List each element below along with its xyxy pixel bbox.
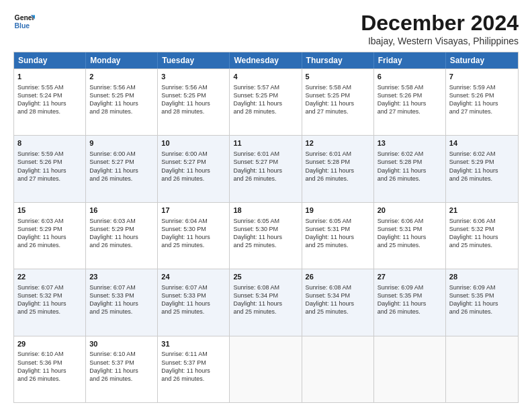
day-number: 31: [161, 339, 226, 349]
calendar-cell: 5Sunrise: 5:58 AM Sunset: 5:25 PM Daylig…: [302, 69, 374, 135]
calendar-cell: 16Sunrise: 6:03 AM Sunset: 5:29 PM Dayli…: [86, 203, 158, 269]
day-number: 17: [161, 205, 226, 216]
day-number: 7: [449, 72, 515, 82]
day-details: Sunrise: 6:06 AM Sunset: 5:31 PM Dayligh…: [378, 218, 427, 248]
calendar-cell: 26Sunrise: 6:08 AM Sunset: 5:34 PM Dayli…: [302, 269, 374, 335]
day-details: Sunrise: 5:59 AM Sunset: 5:26 PM Dayligh…: [17, 150, 66, 181]
day-number: 6: [378, 72, 442, 82]
day-details: Sunrise: 6:03 AM Sunset: 5:29 PM Dayligh…: [89, 218, 138, 248]
day-number: 11: [233, 138, 298, 148]
day-number: 23: [89, 272, 154, 282]
calendar-week-4: 22Sunrise: 6:07 AM Sunset: 5:32 PM Dayli…: [14, 269, 518, 335]
calendar-cell: 27Sunrise: 6:09 AM Sunset: 5:35 PM Dayli…: [374, 269, 446, 335]
calendar-cell: 2Sunrise: 5:56 AM Sunset: 5:25 PM Daylig…: [86, 69, 158, 135]
calendar-cell: [230, 336, 302, 402]
calendar-cell: 25Sunrise: 6:08 AM Sunset: 5:34 PM Dayli…: [230, 269, 302, 335]
day-details: Sunrise: 5:59 AM Sunset: 5:26 PM Dayligh…: [449, 84, 498, 115]
calendar-cell: 1Sunrise: 5:55 AM Sunset: 5:24 PM Daylig…: [14, 69, 86, 135]
calendar-cell: 8Sunrise: 5:59 AM Sunset: 5:26 PM Daylig…: [14, 136, 86, 201]
logo: General Blue: [13, 11, 35, 32]
day-number: 4: [233, 72, 298, 82]
day-details: Sunrise: 6:07 AM Sunset: 5:32 PM Dayligh…: [17, 284, 66, 315]
calendar: SundayMondayTuesdayWednesdayThursdayFrid…: [13, 52, 519, 403]
day-number: 8: [17, 138, 82, 148]
day-details: Sunrise: 6:08 AM Sunset: 5:34 PM Dayligh…: [306, 284, 355, 315]
calendar-week-2: 8Sunrise: 5:59 AM Sunset: 5:26 PM Daylig…: [14, 135, 518, 201]
day-details: Sunrise: 5:56 AM Sunset: 5:25 PM Dayligh…: [161, 84, 210, 115]
page: General Blue December 2024 Ibajay, Weste…: [0, 0, 532, 411]
day-number: 15: [17, 205, 82, 216]
day-details: Sunrise: 6:01 AM Sunset: 5:28 PM Dayligh…: [306, 150, 355, 181]
day-number: 14: [449, 138, 515, 148]
day-number: 21: [449, 205, 515, 216]
day-number: 29: [17, 339, 82, 349]
day-details: Sunrise: 5:56 AM Sunset: 5:25 PM Dayligh…: [89, 84, 138, 115]
day-details: Sunrise: 5:57 AM Sunset: 5:25 PM Dayligh…: [233, 84, 282, 115]
day-details: Sunrise: 6:06 AM Sunset: 5:32 PM Dayligh…: [449, 218, 498, 248]
calendar-header: SundayMondayTuesdayWednesdayThursdayFrid…: [14, 52, 518, 68]
calendar-cell: 22Sunrise: 6:07 AM Sunset: 5:32 PM Dayli…: [14, 269, 86, 335]
day-number: 22: [17, 272, 82, 282]
header-day-saturday: Saturday: [446, 52, 518, 68]
main-title: December 2024: [361, 11, 519, 36]
day-details: Sunrise: 5:58 AM Sunset: 5:25 PM Dayligh…: [306, 84, 355, 115]
day-details: Sunrise: 6:01 AM Sunset: 5:27 PM Dayligh…: [233, 150, 282, 181]
day-number: 3: [161, 72, 226, 82]
day-details: Sunrise: 5:55 AM Sunset: 5:24 PM Dayligh…: [17, 84, 66, 115]
header-day-thursday: Thursday: [302, 52, 374, 68]
calendar-cell: 20Sunrise: 6:06 AM Sunset: 5:31 PM Dayli…: [374, 203, 446, 269]
calendar-cell: 19Sunrise: 6:05 AM Sunset: 5:31 PM Dayli…: [302, 203, 374, 269]
day-details: Sunrise: 6:11 AM Sunset: 5:37 PM Dayligh…: [161, 351, 210, 381]
calendar-cell: 10Sunrise: 6:00 AM Sunset: 5:27 PM Dayli…: [158, 136, 230, 201]
day-details: Sunrise: 6:09 AM Sunset: 5:35 PM Dayligh…: [378, 284, 427, 315]
header-day-wednesday: Wednesday: [230, 52, 302, 68]
day-details: Sunrise: 6:08 AM Sunset: 5:34 PM Dayligh…: [233, 284, 282, 315]
calendar-cell: 13Sunrise: 6:02 AM Sunset: 5:28 PM Dayli…: [374, 136, 446, 201]
calendar-cell: [302, 336, 374, 402]
calendar-week-5: 29Sunrise: 6:10 AM Sunset: 5:36 PM Dayli…: [14, 336, 518, 402]
day-number: 13: [378, 138, 442, 148]
day-details: Sunrise: 6:02 AM Sunset: 5:29 PM Dayligh…: [449, 150, 498, 181]
day-details: Sunrise: 6:09 AM Sunset: 5:35 PM Dayligh…: [449, 284, 498, 315]
header-day-tuesday: Tuesday: [158, 52, 230, 68]
day-number: 26: [306, 272, 370, 282]
day-number: 25: [233, 272, 298, 282]
header: General Blue December 2024 Ibajay, Weste…: [13, 11, 519, 46]
header-day-monday: Monday: [86, 52, 158, 68]
svg-text:Blue: Blue: [15, 22, 30, 30]
calendar-cell: 11Sunrise: 6:01 AM Sunset: 5:27 PM Dayli…: [230, 136, 302, 201]
calendar-cell: 9Sunrise: 6:00 AM Sunset: 5:27 PM Daylig…: [86, 136, 158, 201]
day-number: 28: [449, 272, 515, 282]
calendar-cell: 12Sunrise: 6:01 AM Sunset: 5:28 PM Dayli…: [302, 136, 374, 201]
day-number: 16: [89, 205, 154, 216]
calendar-cell: 24Sunrise: 6:07 AM Sunset: 5:33 PM Dayli…: [158, 269, 230, 335]
day-details: Sunrise: 6:07 AM Sunset: 5:33 PM Dayligh…: [161, 284, 210, 315]
day-details: Sunrise: 6:10 AM Sunset: 5:36 PM Dayligh…: [17, 351, 66, 381]
day-details: Sunrise: 5:58 AM Sunset: 5:26 PM Dayligh…: [378, 84, 427, 115]
day-details: Sunrise: 6:03 AM Sunset: 5:29 PM Dayligh…: [17, 218, 66, 248]
calendar-cell: 3Sunrise: 5:56 AM Sunset: 5:25 PM Daylig…: [158, 69, 230, 135]
calendar-cell: 6Sunrise: 5:58 AM Sunset: 5:26 PM Daylig…: [374, 69, 446, 135]
calendar-cell: 17Sunrise: 6:04 AM Sunset: 5:30 PM Dayli…: [158, 203, 230, 269]
calendar-cell: 28Sunrise: 6:09 AM Sunset: 5:35 PM Dayli…: [446, 269, 518, 335]
day-details: Sunrise: 6:00 AM Sunset: 5:27 PM Dayligh…: [89, 150, 138, 181]
calendar-cell: 18Sunrise: 6:05 AM Sunset: 5:30 PM Dayli…: [230, 203, 302, 269]
header-day-friday: Friday: [374, 52, 446, 68]
calendar-cell: 30Sunrise: 6:10 AM Sunset: 5:37 PM Dayli…: [86, 336, 158, 402]
day-number: 24: [161, 272, 226, 282]
day-number: 2: [89, 72, 154, 82]
day-number: 20: [378, 205, 442, 216]
general-blue-icon: General Blue: [13, 11, 35, 32]
day-details: Sunrise: 6:05 AM Sunset: 5:31 PM Dayligh…: [306, 218, 355, 248]
day-number: 9: [89, 138, 154, 148]
calendar-cell: 7Sunrise: 5:59 AM Sunset: 5:26 PM Daylig…: [446, 69, 518, 135]
calendar-cell: [374, 336, 446, 402]
subtitle: Ibajay, Western Visayas, Philippines: [361, 36, 519, 46]
day-details: Sunrise: 6:00 AM Sunset: 5:27 PM Dayligh…: [161, 150, 210, 181]
calendar-week-1: 1Sunrise: 5:55 AM Sunset: 5:24 PM Daylig…: [14, 68, 518, 135]
day-number: 19: [306, 205, 370, 216]
day-number: 12: [306, 138, 370, 148]
calendar-cell: 14Sunrise: 6:02 AM Sunset: 5:29 PM Dayli…: [446, 136, 518, 201]
day-number: 18: [233, 205, 298, 216]
calendar-body: 1Sunrise: 5:55 AM Sunset: 5:24 PM Daylig…: [14, 68, 518, 402]
